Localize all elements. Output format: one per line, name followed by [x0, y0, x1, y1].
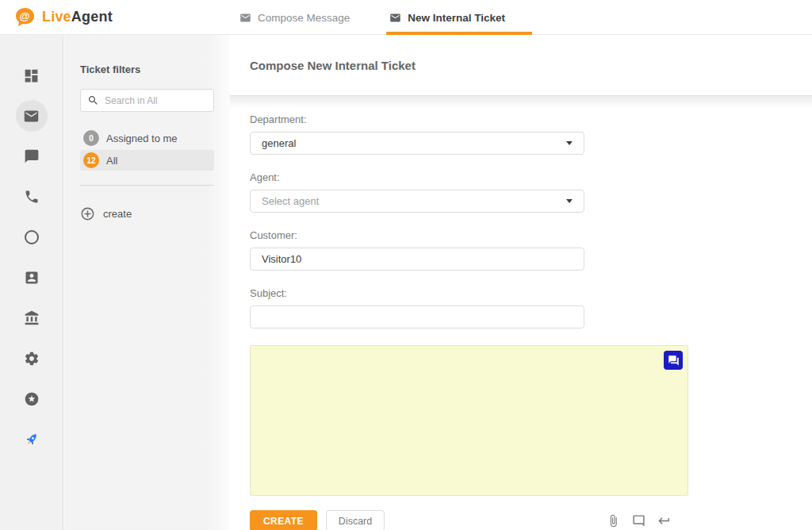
search-input[interactable]	[105, 95, 207, 106]
internal-ticket-form: Department: general Agent: Select agent …	[230, 109, 812, 530]
subject-input[interactable]	[250, 305, 584, 328]
chevron-down-icon	[566, 141, 573, 145]
svg-text:@: @	[19, 10, 29, 22]
attach-file-button[interactable]	[607, 514, 620, 528]
sidebar-item-chats[interactable]	[22, 147, 41, 166]
forum-toggle-button[interactable]	[664, 351, 683, 370]
nav-icon-rail	[0, 35, 63, 530]
return-button[interactable]	[657, 514, 671, 528]
ring-icon	[25, 230, 39, 244]
create-filter-button[interactable]: create	[80, 206, 214, 221]
department-value: general	[262, 137, 296, 149]
liveagent-logo[interactable]: @ LiveAgent	[14, 6, 113, 28]
sidebar-item-tickets[interactable]	[16, 100, 48, 132]
paperclip-icon	[607, 514, 620, 528]
ticket-filters-panel: Ticket filters 0 Assigned to me 12 All c…	[64, 35, 230, 530]
filter-list: 0 Assigned to me 12 All	[80, 128, 214, 171]
tab-compose-message[interactable]: Compose Message	[238, 0, 351, 35]
liveagent-app: @ LiveAgent Compose Message New Internal…	[0, 0, 812, 530]
chat-bubble-icon	[24, 148, 40, 164]
contact-card-icon	[24, 270, 40, 286]
sidebar-item-settings[interactable]	[22, 349, 41, 368]
plus-circle-icon	[80, 206, 95, 221]
phone-icon	[24, 189, 40, 205]
subject-label: Subject:	[250, 287, 584, 299]
create-label: create	[103, 208, 132, 220]
compose-tabs: Compose Message New Internal Ticket	[238, 0, 507, 35]
filter-assigned-to-me[interactable]: 0 Assigned to me	[80, 128, 214, 148]
dashboard-icon	[23, 67, 40, 84]
customer-field-group: Customer:	[250, 229, 584, 271]
ticket-search-box[interactable]	[80, 89, 214, 112]
department-field-group: Department: general	[250, 113, 584, 155]
comment-button[interactable]	[632, 514, 645, 528]
sidebar-item-online-visitors[interactable]	[22, 228, 41, 247]
filter-label: All	[106, 155, 117, 167]
return-arrow-icon	[657, 514, 671, 528]
filter-all[interactable]: 12 All	[80, 150, 214, 171]
top-header: @ LiveAgent Compose Message New Internal…	[0, 0, 812, 35]
subject-field-group: Subject:	[250, 287, 584, 328]
panel-divider	[80, 185, 214, 186]
sidebar-item-calls[interactable]	[22, 187, 41, 206]
message-textarea[interactable]	[250, 345, 688, 496]
brand-name: LiveAgent	[42, 9, 113, 25]
message-tool-icons	[607, 514, 671, 528]
gear-icon	[24, 351, 40, 367]
customer-input[interactable]	[250, 248, 584, 271]
agent-select[interactable]: Select agent	[250, 190, 584, 213]
envelope-icon	[239, 12, 251, 24]
envelope-icon	[23, 108, 40, 125]
agent-placeholder: Select agent	[262, 195, 319, 207]
sidebar-item-upgrade[interactable]	[22, 430, 41, 449]
comment-outline-icon	[632, 514, 645, 528]
tab-new-internal-ticket[interactable]: New Internal Ticket	[388, 0, 507, 35]
customer-label: Customer:	[250, 229, 584, 241]
star-circle-icon	[24, 391, 40, 407]
discard-button[interactable]: Discard	[326, 510, 385, 530]
filter-label: Assigned to me	[106, 132, 178, 144]
tab-label: New Internal Ticket	[408, 12, 505, 24]
bank-building-icon	[24, 310, 40, 326]
scroll-shadow	[230, 96, 812, 109]
forum-chat-icon	[668, 355, 680, 367]
count-badge: 12	[83, 152, 99, 168]
liveagent-bubble-at-icon: @	[14, 6, 36, 28]
rocket-icon	[23, 431, 40, 448]
form-action-row: CREATE Discard	[250, 510, 688, 530]
create-button[interactable]: CREATE	[250, 510, 317, 530]
sidebar-item-dashboard[interactable]	[22, 66, 41, 85]
department-label: Department:	[250, 113, 584, 125]
ticket-filters-title: Ticket filters	[80, 63, 214, 75]
main-titlebar: Compose New Internal Ticket	[230, 35, 812, 96]
sidebar-item-billing[interactable]	[22, 309, 41, 328]
sidebar-item-contacts[interactable]	[22, 268, 41, 287]
chevron-down-icon	[566, 199, 573, 203]
sidebar-item-addons[interactable]	[22, 390, 41, 409]
department-select[interactable]: general	[250, 132, 584, 155]
agent-field-group: Agent: Select agent	[250, 171, 584, 213]
tab-label: Compose Message	[258, 12, 350, 24]
count-badge: 0	[83, 130, 99, 146]
main-content: Compose New Internal Ticket Department: …	[230, 35, 812, 530]
message-area-wrap	[250, 345, 688, 496]
agent-label: Agent:	[250, 171, 584, 183]
page-title: Compose New Internal Ticket	[250, 59, 416, 72]
envelope-icon	[389, 12, 401, 24]
search-icon	[87, 94, 99, 106]
